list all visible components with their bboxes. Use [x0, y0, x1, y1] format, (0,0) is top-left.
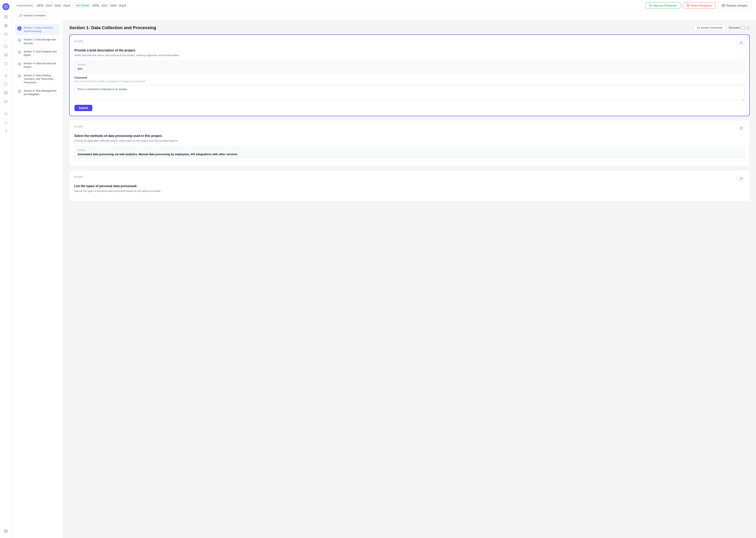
breadcrumb-assessments[interactable]: Assessments: [17, 4, 33, 7]
edit-icon: [722, 4, 725, 7]
section-label-1: Section 1: Data Collection and Processin…: [24, 26, 57, 33]
gift-icon[interactable]: [2, 528, 10, 535]
reviewed-label: Reviewed: [729, 26, 740, 29]
main-scroll: Section 1: Data Collection and Processin…: [63, 20, 756, 538]
answer-label-2: Answer: [77, 149, 741, 151]
svg-rect-2: [6, 16, 7, 17]
breadcrumb-current: DPIA - JULY - 2024 - Org A: [93, 4, 126, 7]
card-top-1: # 1 of 5: [74, 40, 745, 46]
divider-2: [3, 70, 9, 70]
svg-point-14: [5, 112, 7, 115]
section-num-5: 5: [17, 74, 22, 78]
box-icon[interactable]: [2, 43, 10, 50]
status-dot: [76, 5, 78, 6]
nav-section-1[interactable]: 1 Section 1: Data Collection and Process…: [15, 24, 60, 35]
answer-value-2: Automated data processing via web analyt…: [77, 153, 741, 156]
chat-icon-3: [740, 177, 743, 180]
submit-label-1: Submit: [79, 106, 88, 110]
tag-icon[interactable]: [2, 81, 10, 88]
answer-value-1: test: [78, 67, 741, 70]
app-logo[interactable]: [2, 3, 10, 10]
breadcrumb-sep1: ›: [34, 4, 35, 7]
section-label-2: Section 2: Data Storage and Security: [24, 38, 57, 45]
section-comment-icon: [697, 27, 700, 29]
users-icon[interactable]: [2, 31, 10, 38]
comment-hint-1: Any comments will be visible to assignee…: [74, 80, 745, 83]
grid-icon[interactable]: [2, 13, 10, 21]
globe2-icon[interactable]: [2, 60, 10, 67]
request-changes-button[interactable]: Request changes: [718, 2, 751, 9]
card-num-2: # 2 of 5: [74, 125, 83, 128]
info-icon[interactable]: i: [746, 26, 750, 29]
svg-rect-3: [4, 17, 6, 19]
id-card-icon[interactable]: [2, 98, 10, 105]
comment-icon-button-2[interactable]: [738, 125, 745, 132]
card-top-2: # 2 of 5: [74, 125, 745, 132]
question-card-1: # 1 of 5 Provide a brief description of …: [69, 34, 750, 116]
card-num-3: # 3 of 5: [74, 175, 83, 178]
section-num-3: 3: [17, 50, 22, 54]
svg-point-6: [5, 33, 6, 34]
search-circle-icon[interactable]: [2, 110, 10, 117]
comment-textarea-1[interactable]: This is a comment in response to an answ…: [74, 85, 745, 101]
svg-point-11: [4, 91, 7, 92]
comment-icon-button-3[interactable]: [738, 175, 745, 182]
question-text-2: Select the methods of data processing us…: [74, 134, 745, 138]
section-num-4: 4: [17, 62, 22, 66]
left-nav: 1 Section 1: Data Collection and Process…: [12, 20, 63, 538]
layers-icon[interactable]: [2, 51, 10, 59]
divider-1: [3, 40, 9, 40]
breadcrumb: Assessments › DPIA - JULY - 2024 - Org A…: [17, 4, 126, 8]
card-num-1: # 1 of 5: [74, 40, 83, 42]
answer-box-2: Answer Automated data processing via web…: [74, 146, 745, 158]
icon-sidebar: [0, 0, 12, 538]
filter-icon[interactable]: [2, 128, 10, 134]
answer-box-1: Answer test: [74, 61, 745, 73]
chart-icon[interactable]: [2, 119, 10, 126]
section-header: Section 1: Data Collection and Processin…: [69, 25, 750, 30]
nav-section-4[interactable]: 4 Section 4: Data Security and Impact: [15, 60, 60, 71]
nav-section-3[interactable]: 3 Section 3: Data Subjects and Rights: [15, 48, 60, 59]
section-num-2: 2: [17, 38, 22, 42]
svg-point-9: [5, 74, 7, 76]
check-circle-icon: [649, 4, 652, 7]
card-top-3: # 3 of 5: [74, 175, 745, 182]
general-comments-button[interactable]: General Comments: [17, 13, 49, 18]
secondary-bar: General Comments: [12, 11, 756, 20]
status-text: In Review: [78, 4, 89, 7]
chat-icon-2: [740, 127, 743, 130]
approve-button-label: Approve Response: [653, 4, 677, 7]
section-label-4: Section 4: Data Security and Impact: [24, 62, 57, 69]
comment-icon-button-1[interactable]: [738, 40, 745, 46]
chat-icon-1: [740, 41, 743, 44]
reviewed-checkbox[interactable]: [741, 26, 745, 29]
breadcrumb-org-link[interactable]: DPIA - JULY - 2024 - Org A: [37, 4, 70, 7]
svg-rect-4: [6, 17, 7, 19]
breadcrumb-sep2: ›: [72, 4, 73, 7]
nav-section-5[interactable]: 5 Section 5: Data Sharing, Transfers, an…: [15, 72, 60, 86]
nav-section-6[interactable]: 6 Section 6: Risk Management and Mitigat…: [15, 87, 60, 98]
question-card-3: # 3 of 5 List the types of personal data…: [69, 170, 750, 201]
answer-label-1: Answer: [78, 63, 741, 66]
comment-icon: [20, 14, 22, 17]
question-card-2: # 2 of 5 Select the methods of data proc…: [69, 120, 750, 166]
main-content: Section 1: Data Collection and Processin…: [63, 20, 756, 538]
section-label-6: Section 6: Risk Management and Mitigatio…: [24, 89, 57, 96]
globe-icon[interactable]: [2, 22, 10, 29]
approve-response-button[interactable]: Approve Response: [645, 2, 681, 9]
nav-section-2[interactable]: 2 Section 2: Data Storage and Security: [15, 36, 60, 47]
request-button-label: Request changes: [726, 4, 747, 7]
general-comments-label: General Comments: [24, 14, 46, 17]
reject-response-button[interactable]: Reject Response: [683, 2, 716, 9]
submit-button-1[interactable]: Submit: [74, 105, 92, 111]
main-container: Assessments › DPIA - JULY - 2024 - Org A…: [12, 0, 756, 538]
question-desc-2: Choose all applicable methods used to co…: [74, 139, 745, 142]
people-icon[interactable]: [2, 72, 10, 79]
section-comments-button[interactable]: Section Comments: [694, 25, 726, 30]
section-num-6: 6: [17, 89, 22, 93]
topbar-actions: Approve Response Reject Response Request…: [645, 2, 751, 9]
svg-point-13: [5, 101, 6, 102]
svg-marker-7: [4, 53, 8, 55]
database-icon[interactable]: [2, 89, 10, 96]
question-text-1: Provide a brief description of the proje…: [74, 49, 745, 52]
